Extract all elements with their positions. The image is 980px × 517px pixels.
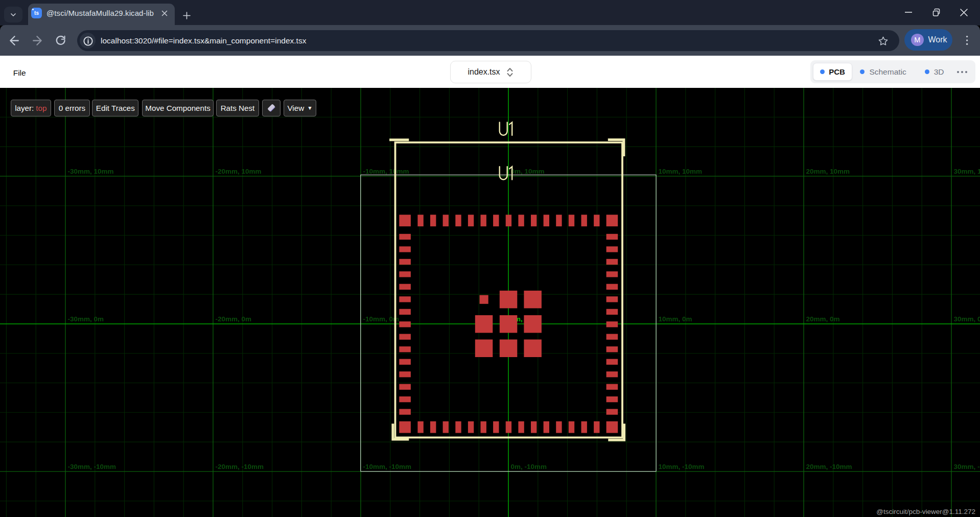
svg-text:30mm, 10mm: 30mm, 10mm bbox=[954, 168, 980, 175]
svg-text:-30mm, 10mm: -30mm, 10mm bbox=[68, 168, 114, 175]
svg-text:-10mm, 10mm: -10mm, 10mm bbox=[363, 168, 409, 175]
svg-text:-30mm, 0m: -30mm, 0m bbox=[68, 315, 104, 323]
svg-text:20mm, -10mm: 20mm, -10mm bbox=[806, 463, 852, 471]
svg-text:-20mm, 0m: -20mm, 0m bbox=[216, 315, 252, 323]
svg-text:30mm, 0m: 30mm, 0m bbox=[954, 315, 980, 323]
svg-text:-10mm, -10mm: -10mm, -10mm bbox=[363, 463, 412, 471]
svg-text:30mm, -10mm: 30mm, -10mm bbox=[954, 463, 980, 471]
svg-text:-30mm, -10mm: -30mm, -10mm bbox=[68, 463, 116, 471]
svg-text:10mm, 0m: 10mm, 0m bbox=[659, 315, 692, 323]
svg-text:-20mm, 10mm: -20mm, 10mm bbox=[216, 168, 262, 175]
svg-text:0m, 10mm: 0m, 10mm bbox=[511, 168, 545, 175]
svg-text:20mm, 0m: 20mm, 0m bbox=[806, 315, 840, 323]
svg-text:-20mm, -10mm: -20mm, -10mm bbox=[216, 463, 264, 471]
svg-text:20mm, 10mm: 20mm, 10mm bbox=[806, 168, 850, 175]
svg-text:0m, -10mm: 0m, -10mm bbox=[511, 463, 547, 471]
svg-text:10mm, 10mm: 10mm, 10mm bbox=[659, 168, 703, 175]
svg-text:-10mm, 0m: -10mm, 0m bbox=[363, 315, 400, 323]
svg-text:10mm, -10mm: 10mm, -10mm bbox=[659, 463, 705, 471]
